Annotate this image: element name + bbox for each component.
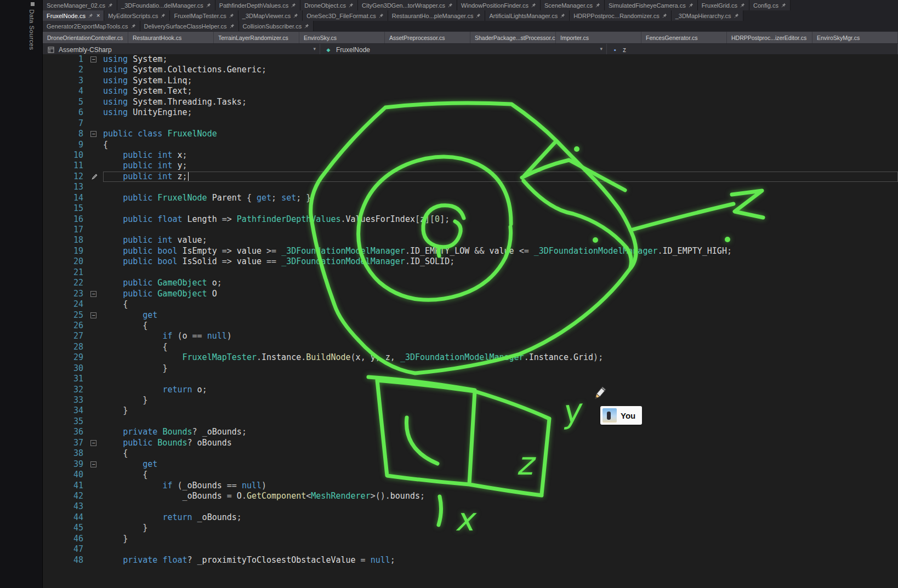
editor-tab[interactable]: CollisionSubscriber.cs bbox=[239, 21, 314, 31]
pin-icon[interactable] bbox=[531, 3, 536, 8]
pin-icon[interactable] bbox=[230, 24, 235, 28]
fold-collapse-icon[interactable]: − bbox=[90, 440, 96, 446]
editor-tab[interactable]: SceneManager_02.cs bbox=[43, 0, 117, 10]
editor-tab[interactable]: DeliverySurfaceClassHelper.cs bbox=[140, 21, 239, 31]
pin-icon[interactable] bbox=[88, 13, 93, 18]
pin-icon[interactable] bbox=[781, 3, 786, 8]
file-tab[interactable]: HDRPPostproc...izerEditor.cs bbox=[727, 32, 812, 43]
code-editor[interactable]: 1−using System;2using System.Collections… bbox=[43, 54, 898, 588]
code-line[interactable]: 17 bbox=[43, 225, 898, 235]
code-line[interactable]: 34 } bbox=[43, 406, 898, 416]
pin-icon[interactable] bbox=[448, 3, 453, 8]
member-dropdown[interactable]: ▪ z bbox=[607, 44, 898, 55]
editor-tab[interactable]: MyEditorScripts.cs bbox=[104, 10, 170, 21]
file-tab[interactable]: EnviroSky.cs bbox=[299, 32, 385, 43]
editor-tab[interactable]: FruxelNode.cs× bbox=[43, 10, 104, 21]
code-line[interactable]: 9{ bbox=[43, 140, 898, 150]
file-tab[interactable]: EnviroSkyMgr.cs bbox=[812, 32, 898, 43]
editor-tab[interactable]: CityGen3DGen...torWrapper.cs bbox=[358, 0, 457, 10]
editor-tab[interactable]: WindowPositionFinder.cs bbox=[457, 0, 541, 10]
editor-tab[interactable]: SimulatedFisheyeCamera.cs bbox=[605, 0, 698, 10]
editor-tab[interactable]: OneSec3D_FileFormat.cs bbox=[303, 10, 388, 21]
editor-tab[interactable]: DroneObject.cs bbox=[300, 0, 358, 10]
project-dropdown[interactable]: Assembly-CSharp ▾ bbox=[43, 44, 320, 55]
file-tab[interactable]: DroneOrientationController.cs bbox=[43, 32, 128, 43]
editor-tab[interactable]: _3DMapViewer.cs bbox=[238, 10, 303, 21]
code-line[interactable]: 5using System.Threading.Tasks; bbox=[43, 97, 898, 107]
code-line[interactable]: 44 return _oBounds; bbox=[43, 512, 898, 523]
code-line[interactable]: 43 bbox=[43, 501, 898, 512]
code-line[interactable]: 22 public GameObject o; bbox=[43, 278, 898, 288]
pin-icon[interactable] bbox=[229, 13, 234, 18]
file-tab[interactable]: TerrainLayerRandomizer.cs bbox=[214, 32, 299, 43]
editor-tab[interactable]: SceneManager.cs bbox=[541, 0, 605, 10]
code-line[interactable]: 41 if (_oBounds == null) bbox=[43, 481, 898, 491]
file-tab[interactable]: RestaurantHook.cs bbox=[128, 32, 214, 43]
editor-tab[interactable]: _3DMapHierarchy.cs bbox=[672, 10, 743, 21]
code-line[interactable]: 42 _oBounds = O.GetComponent<MeshRendere… bbox=[43, 491, 898, 501]
code-line[interactable]: 15 bbox=[43, 203, 898, 214]
pin-icon[interactable] bbox=[291, 3, 296, 8]
pin-icon[interactable] bbox=[349, 3, 354, 8]
pin-icon[interactable] bbox=[131, 24, 136, 28]
fold-collapse-icon[interactable]: − bbox=[90, 131, 96, 137]
fold-collapse-icon[interactable]: − bbox=[90, 461, 96, 467]
code-line[interactable]: 33 } bbox=[43, 395, 898, 406]
fold-collapse-icon[interactable]: − bbox=[90, 291, 96, 297]
code-line[interactable]: 11 public int y; bbox=[43, 161, 898, 171]
code-line[interactable]: 24 { bbox=[43, 299, 898, 310]
code-line[interactable]: 20 public bool IsSolid => value == _3DFo… bbox=[43, 256, 898, 267]
pin-icon[interactable] bbox=[293, 13, 298, 18]
pin-icon[interactable] bbox=[161, 13, 166, 18]
editor-tab[interactable]: RestaurantHo...pleManager.cs bbox=[388, 10, 486, 21]
editor-tab[interactable]: _3DFoundatio...delManager.cs bbox=[117, 0, 215, 10]
code-line[interactable]: 21 bbox=[43, 267, 898, 278]
file-tab[interactable]: AssetPreprocessor.cs bbox=[385, 32, 470, 43]
code-line[interactable]: 27 if (o == null) bbox=[43, 331, 898, 341]
editor-tab[interactable]: Config.cs bbox=[749, 0, 791, 10]
pin-icon[interactable] bbox=[379, 13, 384, 18]
code-line[interactable]: 40 { bbox=[43, 470, 898, 480]
pin-icon[interactable] bbox=[108, 3, 113, 8]
code-line[interactable]: 7 bbox=[43, 118, 898, 129]
code-line[interactable]: 2using System.Collections.Generic; bbox=[43, 65, 898, 75]
close-icon[interactable]: × bbox=[96, 13, 100, 19]
code-line[interactable]: 19 public bool IsEmpty => value >= _3DFo… bbox=[43, 246, 898, 256]
editor-tab[interactable]: FruxelMapTester.cs bbox=[170, 10, 238, 21]
code-line[interactable]: 29 FruxelMapTester.Instance.BuildNode(x,… bbox=[43, 352, 898, 363]
code-line[interactable]: 12 public int z; bbox=[43, 172, 898, 182]
code-line[interactable]: 8−public class FruxelNode bbox=[43, 129, 898, 139]
editor-tab[interactable]: FruxelGrid.cs bbox=[698, 0, 749, 10]
editor-tab[interactable]: HDRPPostproc...Randomizer.cs bbox=[570, 10, 672, 21]
code-line[interactable]: 48 private float? _proximityToClosestObs… bbox=[43, 555, 898, 566]
editor-tab[interactable]: ArtificialLightsManager.cs bbox=[485, 10, 570, 21]
code-line[interactable]: 46 } bbox=[43, 534, 898, 544]
pin-icon[interactable] bbox=[560, 13, 565, 18]
code-line[interactable]: 18 public int value; bbox=[43, 235, 898, 246]
pin-icon[interactable] bbox=[734, 13, 739, 18]
code-line[interactable]: 14 public FruxelNode Parent { get; set; … bbox=[43, 193, 898, 203]
code-line[interactable]: 47 bbox=[43, 544, 898, 555]
code-line[interactable]: 28 { bbox=[43, 342, 898, 352]
code-line[interactable]: 36 private Bounds? _oBounds; bbox=[43, 427, 898, 437]
data-sources-vertical-tab[interactable]: Data Sources bbox=[29, 9, 35, 50]
code-line[interactable]: 38 { bbox=[43, 448, 898, 459]
pin-icon[interactable] bbox=[595, 3, 600, 8]
pin-icon[interactable] bbox=[304, 24, 309, 28]
code-line[interactable]: 3using System.Linq; bbox=[43, 76, 898, 86]
file-tab[interactable]: ShaderPackage...stProcessor.cs bbox=[470, 32, 556, 43]
editor-tab[interactable]: PathfinderDepthValues.cs bbox=[215, 0, 300, 10]
code-line[interactable]: 10 public int x; bbox=[43, 150, 898, 161]
code-line[interactable]: 6using UnityEngine; bbox=[43, 107, 898, 118]
code-line[interactable]: 35 bbox=[43, 416, 898, 427]
code-line[interactable]: 26 { bbox=[43, 321, 898, 331]
code-line[interactable]: 4using System.Text; bbox=[43, 86, 898, 96]
pin-icon[interactable] bbox=[662, 13, 667, 18]
pin-icon[interactable] bbox=[476, 13, 481, 18]
editor-tab[interactable]: Generator2ExportMapTools.cs bbox=[43, 21, 140, 31]
pin-icon[interactable] bbox=[206, 3, 211, 8]
type-dropdown[interactable]: ◆ FruxelNode ▾ bbox=[320, 44, 607, 55]
code-line[interactable]: 31 bbox=[43, 374, 898, 384]
code-line[interactable]: 45 } bbox=[43, 523, 898, 533]
file-tab[interactable]: FencesGenerator.cs bbox=[641, 32, 727, 43]
